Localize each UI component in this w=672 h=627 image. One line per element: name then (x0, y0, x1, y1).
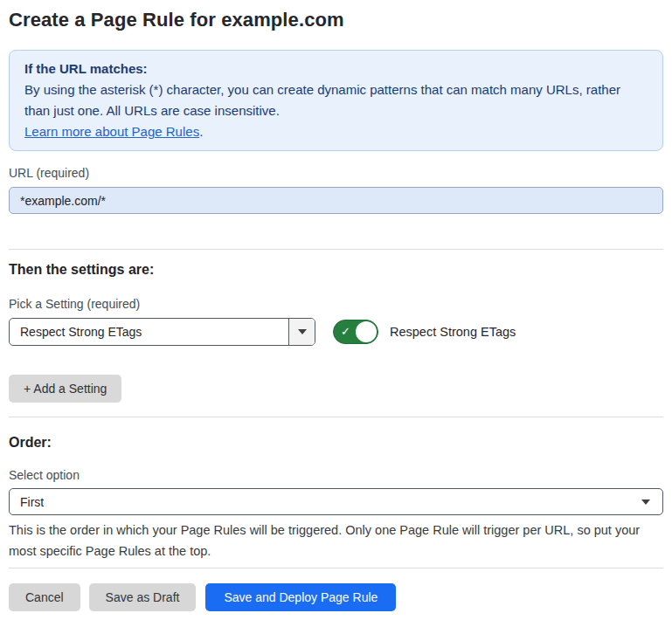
order-section-heading: Order: (9, 434, 663, 451)
pick-setting-label: Pick a Setting (required) (9, 297, 663, 312)
divider (9, 249, 663, 250)
save-as-draft-button[interactable]: Save as Draft (89, 583, 197, 611)
info-box-body: By using the asterisk (*) character, you… (24, 79, 648, 121)
info-box-heading: If the URL matches: (24, 59, 648, 79)
setting-select-value: Respect Strong ETags (10, 319, 288, 345)
chevron-down-icon (298, 329, 307, 334)
divider (9, 417, 663, 417)
setting-select-arrow-button[interactable] (288, 319, 315, 345)
url-field-label: URL (required) (9, 166, 663, 181)
setting-select[interactable]: Respect Strong ETags (9, 318, 315, 346)
url-input[interactable] (9, 187, 663, 214)
check-icon: ✓ (341, 326, 350, 337)
order-helper-text: This is the order in which your Page Rul… (9, 520, 663, 562)
create-page-rule-form: Create a Page Rule for example.com If th… (0, 0, 672, 611)
cancel-button[interactable]: Cancel (9, 583, 80, 611)
respect-strong-etags-toggle[interactable]: ✓ (333, 320, 378, 344)
add-setting-button[interactable]: + Add a Setting (9, 375, 121, 403)
order-select[interactable]: First (9, 488, 663, 515)
order-select-value: First (20, 495, 44, 509)
save-and-deploy-button[interactable]: Save and Deploy Page Rule (205, 583, 396, 611)
order-select-label: Select option (9, 468, 663, 483)
chevron-down-icon (641, 500, 650, 505)
setting-row: Respect Strong ETags ✓ Respect Strong ET… (9, 318, 663, 346)
toggle-label: Respect Strong ETags (390, 325, 516, 339)
settings-section-heading: Then the settings are: (9, 261, 663, 279)
page-title: Create a Page Rule for example.com (9, 7, 663, 33)
url-match-info-box: If the URL matches: By using the asteris… (9, 50, 663, 151)
form-actions: Cancel Save as Draft Save and Deploy Pag… (9, 583, 663, 611)
link-period: . (199, 124, 203, 139)
info-box-link-line: Learn more about Page Rules. (24, 121, 648, 142)
divider (9, 568, 663, 568)
learn-more-link[interactable]: Learn more about Page Rules (24, 124, 199, 139)
toggle-knob (356, 321, 377, 342)
